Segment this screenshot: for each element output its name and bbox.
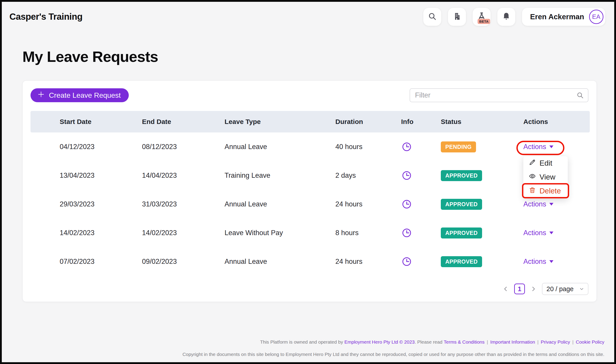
- notifications-button[interactable]: [497, 8, 515, 26]
- footer-line-1: This Platform is owned and operated by E…: [182, 339, 604, 345]
- pagination: 1 20 / page: [502, 283, 589, 295]
- cell-start-date: 07/02/2023: [60, 258, 142, 266]
- cell-leave-type: Training Leave: [225, 171, 335, 180]
- notifications-bell-icon: [502, 12, 511, 22]
- brand-title: Casper's Training: [9, 12, 82, 22]
- footer: This Platform is owned and operated by E…: [182, 339, 604, 357]
- footer-separator: |: [487, 339, 488, 345]
- menu-item-view[interactable]: View: [523, 170, 568, 184]
- cell-duration: 8 hours: [335, 229, 401, 237]
- search-icon: [428, 12, 437, 22]
- column-header-actions: Actions: [523, 118, 590, 126]
- create-leave-request-button[interactable]: Create Leave Request: [30, 88, 129, 102]
- plus-icon: [37, 91, 45, 100]
- top-bar-actions: BETA Eren Ackerman EA: [423, 8, 605, 26]
- cell-start-date: 29/03/2023: [60, 200, 142, 208]
- caret-down-icon: [549, 145, 553, 148]
- cell-start-date: 04/12/2023: [60, 143, 142, 151]
- menu-item-label: Delete: [539, 187, 561, 195]
- avatar: EA: [589, 10, 603, 24]
- column-header-start-date: Start Date: [60, 118, 142, 126]
- cell-end-date: 08/12/2023: [142, 143, 225, 151]
- trash-icon: [529, 186, 536, 195]
- beta-badge: BETA: [478, 19, 490, 24]
- caret-down-icon: [549, 260, 553, 263]
- cell-duration: 24 hours: [335, 258, 401, 266]
- pencil-icon: [529, 159, 536, 168]
- cell-leave-type: Annual Leave: [225, 200, 335, 208]
- footer-link-important-information[interactable]: Important Information: [490, 339, 535, 345]
- actions-label: Actions: [523, 258, 546, 266]
- table-row: 29/03/2023 31/03/2023 Annual Leave 24 ho…: [30, 190, 590, 219]
- footer-link-cookie-policy[interactable]: Cookie Policy: [576, 339, 604, 345]
- chevron-down-icon: [579, 285, 584, 293]
- actions-label: Actions: [523, 143, 546, 151]
- page-size-value: 20 / page: [547, 285, 574, 293]
- footer-link-terms[interactable]: Terms & Conditions: [444, 339, 484, 345]
- page-number-button[interactable]: 1: [514, 284, 525, 294]
- actions-dropdown-trigger[interactable]: Actions: [523, 200, 553, 208]
- cell-end-date: 14/02/2023: [142, 229, 225, 237]
- table-body: 04/12/2023 08/12/2023 Annual Leave 40 ho…: [30, 132, 590, 276]
- next-page-button[interactable]: [530, 286, 536, 292]
- cell-leave-type: Annual Leave: [225, 258, 335, 266]
- info-clock-icon[interactable]: [402, 142, 412, 152]
- actions-dropdown-trigger[interactable]: Actions: [523, 229, 553, 237]
- cell-duration: 2 days: [335, 171, 401, 180]
- footer-copyright: Copyright in the documents on this site …: [182, 352, 604, 357]
- footer-separator: |: [537, 339, 538, 345]
- footer-link-privacy-policy[interactable]: Privacy Policy: [541, 339, 570, 345]
- footer-line-2: Copyright in the documents on this site …: [182, 352, 604, 357]
- cell-leave-type: Annual Leave: [225, 143, 335, 151]
- cell-end-date: 14/04/2023: [142, 171, 225, 180]
- company-icon: [453, 12, 461, 22]
- status-badge: APPROVED: [441, 256, 482, 267]
- company-button[interactable]: [448, 8, 466, 26]
- footer-separator: |: [572, 339, 573, 345]
- cell-end-date: 31/03/2023: [142, 200, 225, 208]
- actions-label: Actions: [523, 229, 546, 237]
- status-badge: APPROVED: [441, 228, 482, 238]
- column-header-end-date: End Date: [142, 118, 225, 126]
- info-clock-icon[interactable]: [402, 170, 412, 181]
- status-badge: PENDING: [441, 142, 476, 152]
- actions-dropdown-trigger[interactable]: Actions: [523, 143, 553, 151]
- app-window: Casper's Training: [0, 0, 616, 364]
- search-button[interactable]: [423, 8, 441, 26]
- eye-icon: [529, 173, 536, 182]
- menu-item-edit[interactable]: Edit: [523, 156, 568, 170]
- footer-link-company[interactable]: Employment Hero Pty Ltd © 2023: [344, 339, 415, 345]
- table-row: 07/02/2023 09/02/2023 Annual Leave 24 ho…: [30, 247, 590, 276]
- cell-duration: 24 hours: [335, 200, 401, 208]
- menu-item-label: Edit: [539, 159, 552, 168]
- leave-requests-card: Create Leave Request Start Date End Date…: [22, 80, 597, 302]
- previous-page-button[interactable]: [502, 286, 509, 292]
- cell-end-date: 09/02/2023: [142, 258, 225, 266]
- page-title: My Leave Requests: [22, 48, 158, 65]
- info-clock-icon[interactable]: [402, 228, 412, 238]
- info-clock-icon[interactable]: [402, 199, 412, 209]
- table-row: 04/12/2023 08/12/2023 Annual Leave 40 ho…: [30, 132, 590, 161]
- cell-leave-type: Leave Without Pay: [225, 229, 335, 237]
- user-menu[interactable]: Eren Ackerman EA: [522, 8, 605, 26]
- column-header-info: Info: [401, 118, 441, 126]
- cell-start-date: 13/04/2023: [60, 171, 142, 180]
- status-badge: APPROVED: [441, 170, 482, 181]
- menu-item-delete[interactable]: Delete: [523, 184, 568, 198]
- create-leave-request-label: Create Leave Request: [49, 91, 121, 100]
- info-clock-icon[interactable]: [402, 256, 412, 267]
- user-name: Eren Ackerman: [530, 13, 584, 21]
- footer-text: This Platform is owned and operated by: [260, 339, 344, 345]
- filter-field: [410, 88, 589, 102]
- table-header-row: Start Date End Date Leave Type Duration …: [30, 111, 590, 132]
- actions-label: Actions: [523, 200, 546, 208]
- filter-input[interactable]: [410, 88, 589, 102]
- beta-flask-button[interactable]: BETA: [473, 8, 491, 26]
- cell-duration: 40 hours: [335, 143, 401, 151]
- actions-dropdown-trigger[interactable]: Actions: [523, 258, 553, 266]
- actions-dropdown-menu: Edit View Delete: [523, 156, 568, 198]
- column-header-status: Status: [441, 118, 523, 126]
- caret-down-icon: [549, 232, 553, 234]
- column-header-leave-type: Leave Type: [225, 118, 335, 126]
- page-size-select[interactable]: 20 / page: [542, 283, 589, 295]
